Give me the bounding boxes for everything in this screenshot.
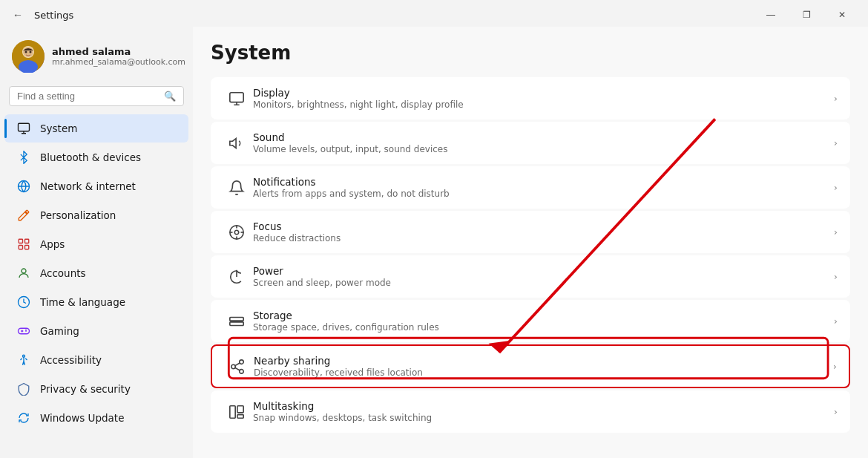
chevron-icon: ›: [834, 182, 838, 193]
item-title: Display: [253, 87, 834, 99]
svg-rect-11: [25, 246, 29, 249]
display-icon: [223, 91, 250, 107]
window-controls: — ❐ ✕: [754, 4, 859, 26]
chevron-icon: ›: [834, 137, 838, 148]
settings-item-power[interactable]: Power Screen and sleep, power mode ›: [211, 255, 850, 298]
sidebar-item-accessibility[interactable]: Accessibility: [4, 346, 188, 374]
item-subtitle: Snap windows, desktops, task switching: [253, 413, 834, 423]
sidebar-item-bluetooth[interactable]: Bluetooth & devices: [4, 143, 188, 171]
power-icon: [223, 269, 250, 285]
sidebar-item-label: Network & internet: [40, 180, 136, 192]
user-info: ahmed salama mr.ahmed_salama@outlook.com: [52, 46, 185, 67]
chevron-icon: ›: [834, 226, 838, 238]
item-title: Focus: [253, 220, 834, 232]
chevron-icon: ›: [834, 93, 838, 104]
svg-rect-8: [19, 239, 22, 243]
item-subtitle: Screen and sleep, power mode: [253, 278, 834, 288]
sidebar-item-system[interactable]: System: [4, 114, 188, 143]
svg-rect-33: [237, 414, 243, 418]
settings-item-storage[interactable]: Storage Storage space, drives, configura…: [211, 300, 850, 342]
settings-item-nearby-sharing[interactable]: Nearby sharing Discoverability, received…: [211, 344, 850, 388]
item-subtitle: Volume levels, output, input, sound devi…: [253, 144, 834, 154]
item-subtitle: Discoverability, received files location: [254, 367, 833, 378]
network-icon: [16, 179, 31, 194]
chevron-icon: ›: [834, 406, 838, 417]
sidebar-item-label: Time & language: [40, 296, 125, 308]
svg-point-27: [231, 364, 236, 369]
chevron-icon: ›: [834, 315, 838, 327]
svg-rect-9: [25, 239, 29, 243]
item-subtitle: Alerts from apps and system, do not dist…: [253, 189, 834, 199]
settings-item-notifications[interactable]: Notifications Alerts from apps and syste…: [211, 166, 850, 209]
accounts-icon: [16, 266, 31, 281]
svg-rect-24: [230, 317, 243, 321]
sidebar-item-label: Accessibility: [40, 354, 102, 366]
avatar: [12, 40, 45, 73]
content-area: System Display Monitors, brightness, nig…: [193, 27, 868, 458]
svg-rect-14: [19, 328, 30, 334]
item-subtitle: Storage space, drives, configuration rul…: [253, 322, 834, 333]
focus-icon: [223, 224, 250, 241]
search-input[interactable]: [17, 91, 158, 102]
settings-item-sound[interactable]: Sound Volume levels, output, input, soun…: [211, 122, 850, 164]
item-subtitle: Reduce distractions: [253, 233, 834, 243]
sidebar-item-gaming[interactable]: Gaming: [4, 317, 188, 345]
settings-item-focus[interactable]: Focus Reduce distractions ›: [211, 211, 850, 253]
item-title: Power: [253, 265, 834, 277]
system-icon: [16, 121, 31, 136]
close-button[interactable]: ✕: [825, 4, 859, 26]
sidebar-item-windows-update[interactable]: Windows Update: [4, 404, 188, 432]
sidebar-item-apps[interactable]: Apps: [4, 230, 188, 258]
sidebar: ahmed salama mr.ahmed_salama@outlook.com…: [0, 27, 193, 458]
svg-rect-31: [230, 405, 235, 418]
sidebar-item-label: Gaming: [40, 325, 79, 337]
svg-line-30: [235, 362, 240, 365]
svg-point-15: [23, 355, 25, 357]
item-title: Notifications: [253, 176, 834, 188]
accessibility-icon: [16, 353, 31, 367]
minimize-button[interactable]: —: [754, 4, 788, 26]
apps-icon: [16, 237, 31, 252]
nav-list: System Bluetooth & devices Network & int…: [0, 114, 193, 433]
user-name: ahmed salama: [52, 46, 185, 57]
personalization-icon: [16, 208, 31, 223]
chevron-icon: ›: [833, 361, 837, 372]
svg-rect-6: [19, 123, 30, 131]
multitasking-icon: [223, 404, 250, 420]
back-button[interactable]: ←: [9, 6, 27, 24]
svg-rect-16: [230, 92, 243, 102]
sidebar-item-time[interactable]: Time & language: [4, 288, 188, 316]
sidebar-item-personalization[interactable]: Personalization: [4, 201, 188, 229]
sidebar-item-label: Apps: [40, 238, 65, 250]
search-box[interactable]: 🔍: [9, 86, 184, 106]
time-icon: [16, 295, 31, 310]
user-profile[interactable]: ahmed salama mr.ahmed_salama@outlook.com: [0, 33, 193, 83]
app-title: Settings: [34, 10, 73, 21]
svg-point-28: [240, 369, 244, 373]
sidebar-item-label: System: [40, 122, 77, 134]
settings-item-display[interactable]: Display Monitors, brightness, night ligh…: [211, 77, 850, 120]
title-bar-left: ← Settings: [9, 6, 73, 24]
item-subtitle: Monitors, brightness, night light, displ…: [253, 99, 834, 110]
bluetooth-icon: [16, 150, 31, 165]
settings-list: Display Monitors, brightness, night ligh…: [211, 77, 850, 433]
svg-point-18: [234, 230, 239, 235]
svg-line-29: [235, 367, 240, 370]
svg-point-4: [25, 51, 27, 53]
svg-rect-10: [19, 246, 22, 249]
sidebar-item-network[interactable]: Network & internet: [4, 172, 188, 200]
sidebar-item-label: Personalization: [40, 209, 116, 221]
sidebar-item-accounts[interactable]: Accounts: [4, 259, 188, 287]
svg-rect-25: [230, 321, 243, 325]
item-title: Sound: [253, 131, 834, 143]
windows-update-icon: [16, 410, 31, 425]
user-email: mr.ahmed_salama@outlook.com: [52, 57, 185, 67]
gaming-icon: [16, 324, 31, 338]
sidebar-item-label: Privacy & security: [40, 383, 131, 395]
maximize-button[interactable]: ❐: [789, 4, 823, 26]
svg-point-5: [30, 51, 32, 53]
settings-item-multitasking[interactable]: Multitasking Snap windows, desktops, tas…: [211, 390, 850, 433]
nearby-sharing-icon: [224, 359, 251, 375]
sidebar-item-privacy[interactable]: Privacy & security: [4, 375, 188, 403]
sidebar-item-label: Bluetooth & devices: [40, 151, 141, 163]
